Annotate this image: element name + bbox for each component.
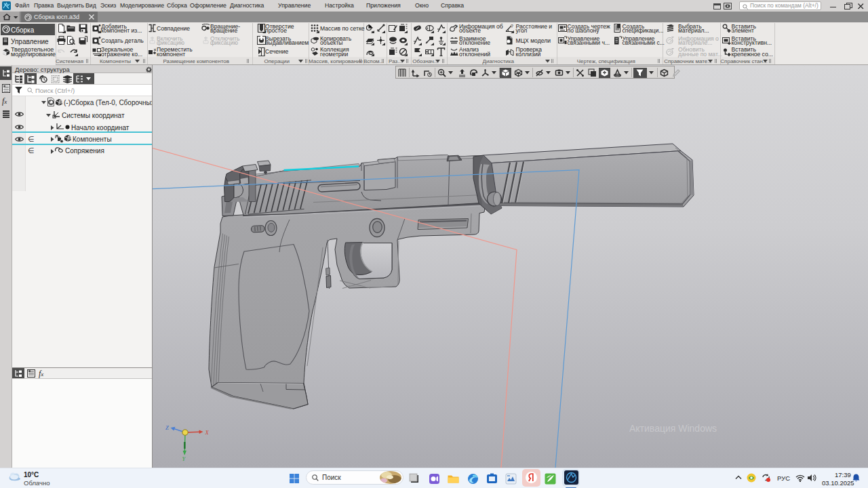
svg-text:Y: Y bbox=[182, 455, 186, 462]
svg-text:?: ? bbox=[455, 24, 458, 29]
svg-text:X: X bbox=[205, 429, 210, 436]
svg-text:?: ? bbox=[511, 24, 513, 28]
svg-text:Z: Z bbox=[165, 424, 169, 431]
